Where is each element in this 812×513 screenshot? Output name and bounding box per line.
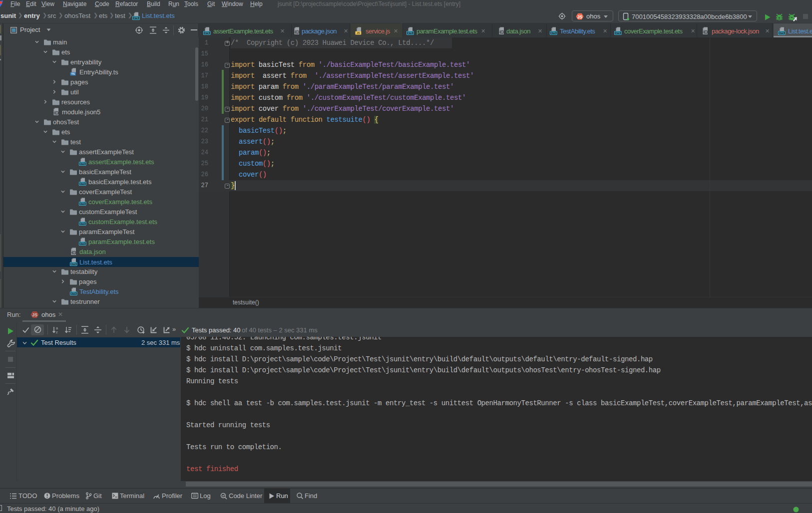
svg-text:JS: JS <box>32 312 37 317</box>
svg-text:a: a <box>56 326 58 330</box>
svg-text:JS: JS <box>577 14 583 19</box>
svg-text:z: z <box>56 330 58 334</box>
